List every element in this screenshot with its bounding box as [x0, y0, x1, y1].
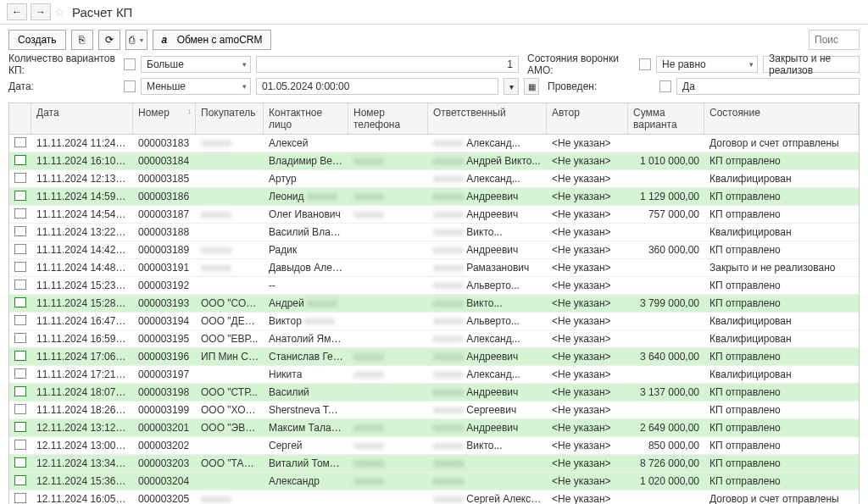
filter-posted-value-input[interactable]: Да	[676, 78, 860, 95]
create-button[interactable]: Создать	[8, 30, 66, 50]
table-cell	[348, 177, 428, 180]
table-row[interactable]: 11.11.2024 16:59:04000003195ООО "ЕВР...А…	[9, 330, 859, 348]
table-cell: 000003191	[133, 260, 196, 275]
filter-posted-checkbox[interactable]	[659, 80, 671, 92]
filter-date-value-input[interactable]: 01.05.2024 0:00:00	[256, 78, 498, 95]
col-number[interactable]: Номер↓	[133, 103, 196, 134]
table-cell: Договор и счет отправлены	[704, 491, 859, 504]
document-icon	[14, 155, 26, 165]
filter-qty-op-select[interactable]: Больше	[141, 56, 251, 73]
table-cell: Василий Влади...	[264, 224, 348, 240]
amo-exchange-button[interactable]: a Обмен с amoCRM	[153, 30, 272, 50]
table-cell: 000003195	[133, 331, 196, 346]
table-row[interactable]: 11.11.2024 18:07:15000003198ООО "СТР...В…	[9, 384, 859, 402]
table-row[interactable]: 11.11.2024 14:42:04000003189xxxxxxРадикx…	[9, 241, 859, 259]
table-cell	[628, 177, 704, 180]
table-cell: 12.11.2024 13:34:53	[31, 456, 133, 471]
table-cell: Олег Иванович	[264, 207, 348, 222]
filter-amostate-value-input[interactable]: Закрыто и не реализов	[763, 56, 860, 73]
table-cell: <Не указан>	[547, 491, 628, 504]
table-cell: Sherstneva Tatiy...	[264, 402, 348, 418]
table-cell: Договор и счет отправлены	[704, 136, 859, 151]
col-contact[interactable]: Контактное лицо	[264, 103, 348, 134]
filter-amostate-checkbox[interactable]	[639, 58, 651, 70]
table-cell: xxxxxx	[348, 438, 428, 453]
nav-forward-button[interactable]: →	[31, 3, 51, 20]
filter-date-op-select[interactable]: Меньше	[141, 78, 251, 95]
table-cell: <Не указан>	[547, 385, 628, 400]
table-cell: 000003192	[133, 278, 196, 293]
table-row[interactable]: 12.11.2024 15:36:38000003204Александрxxx…	[9, 473, 859, 490]
search-input[interactable]	[809, 30, 860, 50]
table-row[interactable]: 11.11.2024 18:26:04000003199ООО "ХОР...S…	[9, 402, 859, 419]
table-row[interactable]: 12.11.2024 13:34:53000003203ООО "ТАЛ...В…	[9, 455, 859, 473]
refresh-button[interactable]: ⟳	[98, 30, 120, 50]
table-row[interactable]: 12.11.2024 13:12:16000003201ООО "ЭВЕ...М…	[9, 419, 859, 437]
table-cell: xxxxxx	[196, 242, 264, 258]
col-responsible[interactable]: Ответственный	[428, 103, 547, 134]
table-cell: 000003205	[133, 491, 196, 504]
table-cell: 11.11.2024 18:07:15	[31, 385, 133, 400]
document-icon	[14, 475, 26, 485]
copy-button[interactable]: ⎘	[71, 30, 93, 50]
table-cell: 12.11.2024 13:00:33	[31, 438, 133, 453]
table-cell: <Не указан>	[547, 402, 628, 418]
table-cell: xxxxxx	[348, 349, 428, 364]
row-icon-cell	[9, 153, 31, 169]
filter-amostate-op-select[interactable]: Не равно	[656, 56, 758, 73]
nav-back-button[interactable]: ←	[7, 3, 27, 20]
grid-body[interactable]: 11.11.2024 11:24:27000003183xxxxxxАлексе…	[9, 135, 859, 504]
table-row[interactable]: 11.11.2024 15:28:01000003193ООО "СОВ...А…	[9, 295, 859, 313]
print-button[interactable]: ⎙▾	[125, 30, 147, 50]
document-icon	[14, 422, 26, 432]
date-calendar-button[interactable]: ▦	[524, 78, 539, 95]
table-row[interactable]: 11.11.2024 17:21:21000003197Никитаxxxxxx…	[9, 366, 859, 384]
table-row[interactable]: 11.11.2024 13:22:28000003188Василий Влад…	[9, 224, 859, 241]
col-author[interactable]: Автор	[547, 103, 628, 134]
table-row[interactable]: 11.11.2024 16:47:26000003194ООО "ДЕВ...В…	[9, 313, 859, 330]
table-row[interactable]: 12.11.2024 16:05:09000003205xxxxxxxxxxxx…	[9, 490, 859, 504]
table-row[interactable]: 11.11.2024 15:23:08000003192--xxxxxx Аль…	[9, 277, 859, 295]
table-cell: <Не указан>	[547, 313, 628, 329]
table-row[interactable]: 12.11.2024 13:00:33000003202Сергейxxxxxx…	[9, 437, 859, 455]
col-state[interactable]: Состояние	[704, 103, 859, 134]
col-phone[interactable]: Номер телефона	[348, 103, 428, 134]
table-cell: <Не указан>	[547, 136, 628, 151]
table-row[interactable]: 11.11.2024 12:13:42000003185Артурxxxxxx …	[9, 170, 859, 188]
row-icon-cell	[9, 171, 31, 187]
favorite-icon[interactable]: ☆	[54, 5, 65, 19]
col-icon[interactable]	[9, 103, 31, 134]
table-cell	[348, 302, 428, 305]
table-cell: xxxxxx Андреевич	[428, 420, 547, 435]
table-cell	[348, 230, 428, 234]
filter-date-checkbox[interactable]	[124, 80, 136, 92]
table-row[interactable]: 11.11.2024 14:59:50000003186Леонид xxxxx…	[9, 188, 859, 206]
table-cell: 000003196	[133, 349, 196, 364]
table-row[interactable]: 11.11.2024 17:06:52000003196ИП Мин Ст...…	[9, 348, 859, 366]
col-sum[interactable]: Сумма варианта	[628, 103, 704, 134]
filter-date-label: Дата:	[8, 80, 119, 92]
table-cell: <Не указан>	[547, 278, 628, 293]
table-row[interactable]: 11.11.2024 14:48:32000003191xxxxxxДавыдо…	[9, 259, 859, 277]
table-cell: <Не указан>	[547, 224, 628, 240]
row-icon-cell	[9, 456, 31, 472]
table-cell: 12.11.2024 16:05:09	[31, 491, 133, 504]
filter-qty-value-input[interactable]: 1	[256, 56, 519, 73]
col-buyer[interactable]: Покупатель	[196, 103, 264, 134]
table-cell: КП отправлено	[704, 242, 859, 258]
col-date[interactable]: Дата	[31, 103, 133, 134]
table-row[interactable]: 11.11.2024 16:10:02000003184Владимир Вен…	[9, 152, 859, 170]
table-row[interactable]: 11.11.2024 11:24:27000003183xxxxxxАлексе…	[9, 135, 859, 152]
table-cell: xxxxxx Александ...	[428, 171, 547, 186]
table-cell: 000003202	[133, 438, 196, 453]
table-cell: xxxxxx	[348, 207, 428, 222]
table-cell: Максим Талалай...	[264, 420, 348, 435]
table-cell: Алексей	[264, 136, 348, 151]
table-cell: xxxxxx Александ...	[428, 136, 547, 151]
table-cell: 000003199	[133, 402, 196, 418]
table-row[interactable]: 11.11.2024 14:54:36000003187xxxxxxОлег И…	[9, 206, 859, 224]
filter-qty-checkbox[interactable]	[124, 58, 136, 70]
date-clear-button[interactable]: ▾	[504, 78, 519, 95]
table-cell: КП отправлено	[704, 189, 859, 204]
table-cell	[196, 230, 264, 234]
